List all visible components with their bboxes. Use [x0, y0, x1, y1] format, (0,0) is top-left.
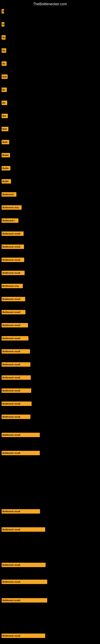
- bar-1: B: [1, 9, 4, 14]
- bar-19: Bottleneck result: [1, 244, 24, 249]
- bar-17: Bottleneck r: [1, 218, 18, 223]
- bar-18: Bottleneck result: [1, 232, 24, 236]
- bar-29: Bottleneck result: [1, 375, 31, 380]
- bar-13: Bottle: [1, 166, 10, 170]
- bar-7: Bo: [1, 88, 7, 92]
- bar-23: Bottleneck result: [1, 297, 25, 301]
- bar-27: Bottleneck result: [1, 349, 30, 354]
- bar-2: B: [1, 22, 4, 26]
- bar-15: Bottleneck: [1, 192, 16, 196]
- bar-24: Bottleneck result: [1, 310, 25, 314]
- bar-33: Bottleneck result: [1, 433, 40, 437]
- bar-21: Bottleneck result: [1, 271, 25, 275]
- bar-32: Bottleneck result: [1, 414, 30, 419]
- bar-26: Bottleneck result: [1, 336, 28, 340]
- bar-31: Bottleneck result: [1, 402, 32, 406]
- bar-14: Bottle: [1, 179, 11, 184]
- bar-5: Bo: [1, 62, 7, 66]
- bar-9: Bot: [1, 114, 8, 118]
- bar-35: Bottleneck result: [1, 509, 40, 514]
- bar-25: Bottleneck result: [1, 323, 28, 328]
- bar-38: Bottleneck result: [1, 580, 47, 584]
- bar-6: Bott: [1, 74, 8, 79]
- bar-4: Bo: [1, 48, 6, 53]
- bar-30: Bottleneck result: [1, 388, 31, 393]
- bar-10: Bott: [1, 127, 8, 131]
- bar-3: Bo: [1, 35, 6, 40]
- site-title: TheBottlenecker.com: [0, 0, 100, 7]
- bar-22: Bottleneck resu: [1, 284, 23, 288]
- bar-39: Bottleneck result: [1, 598, 47, 602]
- bar-40: Bottleneck result: [1, 634, 45, 638]
- bar-8: Bo: [1, 100, 7, 105]
- bar-20: Bottleneck result: [1, 258, 24, 262]
- bar-12: Bottle: [1, 153, 10, 158]
- bar-37: Bottleneck result: [1, 563, 46, 567]
- bar-28: Bottleneck result: [1, 362, 30, 367]
- bar-11: Bottl: [1, 140, 9, 144]
- bar-16: Bottleneck resu: [1, 205, 22, 210]
- bar-34: Bottleneck result: [1, 451, 40, 455]
- bar-36: Bottleneck result: [1, 527, 45, 532]
